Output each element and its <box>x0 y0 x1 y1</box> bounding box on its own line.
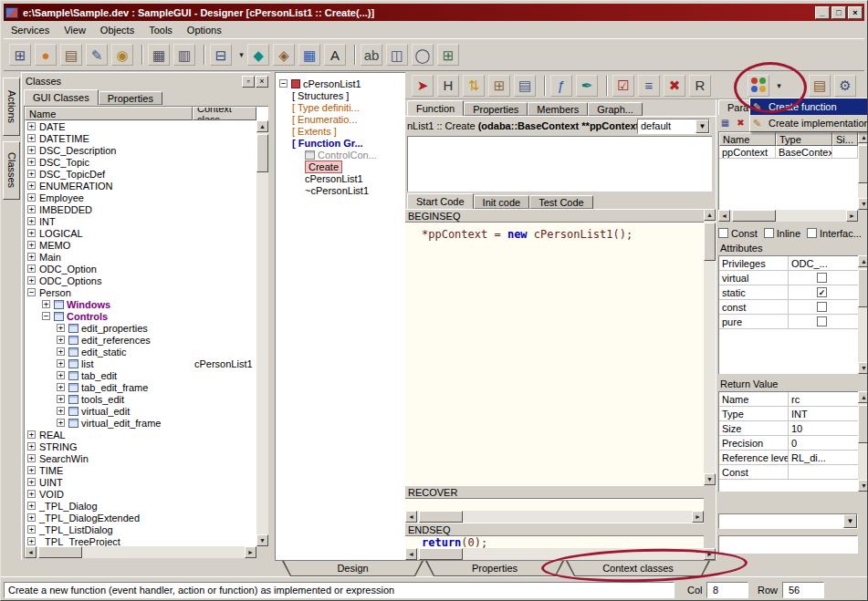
text-label-icon[interactable]: ab <box>361 44 382 66</box>
tree-item[interactable]: [ Structures ] <box>276 89 405 101</box>
print-icon[interactable]: ▦ <box>148 44 170 66</box>
scroll-down-icon[interactable]: ▼ <box>256 534 268 546</box>
class-row[interactable]: +MEMO <box>25 239 256 251</box>
property-row[interactable]: const <box>719 300 858 315</box>
expand-icon[interactable]: + <box>27 134 36 142</box>
pen-icon[interactable]: ✒ <box>576 75 598 97</box>
code-horizontal-scrollbar[interactable]: ◄► <box>405 548 716 560</box>
maximize-button[interactable]: □ <box>831 6 846 19</box>
bottom-field[interactable] <box>718 535 858 554</box>
checkbox-interfac[interactable]: Interfac... <box>807 228 862 239</box>
expand-icon[interactable]: + <box>27 525 36 534</box>
class-row[interactable]: +Windows <box>25 298 256 310</box>
menu-tools[interactable]: Tools <box>141 23 180 37</box>
pin-icon[interactable]: ▫ <box>242 76 255 88</box>
parameters-horizontal-scrollbar[interactable]: ◄► <box>718 210 858 222</box>
property-row[interactable]: pure <box>719 315 858 329</box>
menu-view[interactable]: View <box>57 23 93 37</box>
expand-icon[interactable]: + <box>27 430 36 439</box>
property-row[interactable]: static✓ <box>719 285 858 300</box>
class-row[interactable]: +TIME <box>25 464 256 476</box>
delete-icon[interactable]: ✖ <box>734 117 748 130</box>
tab-start-code[interactable]: Start Code <box>407 193 474 209</box>
scrollbar-track[interactable] <box>730 210 846 222</box>
tab-gui-classes[interactable]: GUI Classes <box>24 89 99 105</box>
regenerate-icon[interactable]: ⇅ <box>463 75 485 97</box>
class-row[interactable]: +VOID <box>25 488 256 500</box>
scrollbar-thumb[interactable] <box>38 546 82 558</box>
class-row[interactable]: +STRING <box>25 440 256 452</box>
class-row[interactable]: +DSC_TopicDef <box>25 168 256 180</box>
checkbox[interactable] <box>764 228 774 238</box>
expand-icon[interactable]: + <box>57 407 65 415</box>
code-vertical-scrollbar[interactable]: ▲▼ <box>704 209 716 485</box>
expand-icon[interactable]: + <box>27 537 36 545</box>
column-header-name[interactable]: Name <box>25 107 193 120</box>
class-row[interactable]: +edit_static <box>25 346 256 357</box>
class-row[interactable]: +tab_edit_frame <box>25 381 256 393</box>
tree-item[interactable]: ~cPersonList1 <box>276 184 405 196</box>
class-row[interactable]: +_TPL_Dialog <box>25 500 256 512</box>
collapse-icon[interactable]: − <box>42 312 50 320</box>
expand-icon[interactable]: + <box>27 513 36 522</box>
class-row[interactable]: +_TPL_TreeProject <box>25 535 256 546</box>
class-row[interactable]: +LOGICAL <box>25 227 256 239</box>
grid-icon[interactable]: ▦ <box>718 117 732 130</box>
attributes-scrollbar[interactable]: ▲▼ <box>858 255 868 374</box>
link-icon[interactable]: ◈ <box>273 44 295 66</box>
settings-icon[interactable]: ⚙ <box>834 75 856 97</box>
tab-classes[interactable]: Classes <box>3 141 20 200</box>
scrollbar-track[interactable] <box>704 221 716 473</box>
tree-item[interactable]: [ Enumeratio... <box>276 113 405 125</box>
class-row[interactable]: +DSC_Topic <box>25 156 256 168</box>
check-grid-icon[interactable]: ☑ <box>612 75 634 97</box>
collapse-icon[interactable]: − <box>279 79 288 88</box>
code-editor[interactable]: *ppContext = new cPersonList1(); <box>405 223 704 485</box>
delete-icon[interactable]: ✖ <box>664 75 685 97</box>
beginseq-section-bar[interactable]: BEGINSEQ <box>405 209 704 223</box>
expand-icon[interactable]: + <box>27 170 36 178</box>
resources-icon[interactable]: ◉ <box>111 44 133 66</box>
window-icon[interactable]: ◫ <box>386 44 408 66</box>
scrollbar-track[interactable] <box>37 546 245 558</box>
scroll-down-icon[interactable]: ▼ <box>858 362 868 374</box>
tab-design[interactable]: Design <box>282 561 424 576</box>
expand-icon[interactable]: + <box>27 454 36 462</box>
parameters-vertical-scrollbar[interactable]: ▲▼ <box>858 131 868 210</box>
expand-icon[interactable]: + <box>27 181 36 190</box>
expand-icon[interactable]: + <box>27 122 36 130</box>
expand-icon[interactable]: + <box>27 158 36 166</box>
class-row[interactable]: +edit_properties <box>25 322 256 334</box>
tree-item[interactable]: [ Function Gr... <box>276 137 405 149</box>
minimize-button[interactable]: _ <box>815 6 830 19</box>
expand-icon[interactable]: + <box>27 490 36 498</box>
scrollbar-thumb[interactable] <box>419 511 463 523</box>
class-row[interactable]: −Controls <box>25 310 256 322</box>
scroll-down-icon[interactable]: ▼ <box>704 473 716 485</box>
tab-graph[interactable]: Graph... <box>588 102 643 116</box>
class-row[interactable]: +listcPersonList1 <box>25 357 256 369</box>
tab-members[interactable]: Members <box>528 102 588 116</box>
recover-scrollbar[interactable]: ◄► <box>405 511 704 523</box>
expand-icon[interactable]: + <box>27 217 36 225</box>
menu-services[interactable]: Services <box>4 23 57 37</box>
tab-actions[interactable]: Actions <box>3 78 20 136</box>
scroll-up-icon[interactable]: ▲ <box>858 391 868 403</box>
scroll-left-icon[interactable]: ◄ <box>405 548 417 560</box>
class-row[interactable]: +virtual_edit_frame <box>25 417 256 429</box>
expand-icon[interactable]: + <box>27 264 36 273</box>
class-row[interactable]: +DATE <box>25 120 256 132</box>
scroll-right-icon[interactable]: ► <box>704 548 716 560</box>
menu-objects[interactable]: Objects <box>93 23 141 37</box>
class-row[interactable]: +ENUMERATION <box>25 180 256 192</box>
checkbox-inline[interactable]: Inline <box>764 228 800 239</box>
tree-root[interactable]: −cPersonList1 <box>276 78 405 89</box>
expand-icon[interactable]: + <box>57 324 65 332</box>
scroll-right-icon[interactable]: ► <box>692 511 704 523</box>
scrollbar-thumb[interactable] <box>732 210 776 222</box>
diamond-icon[interactable]: ◆ <box>247 44 269 66</box>
tree-item[interactable]: ControlCon... <box>276 149 405 161</box>
scrollbar-track[interactable] <box>858 143 868 198</box>
expand-icon[interactable]: + <box>27 442 36 451</box>
scroll-right-icon[interactable]: ► <box>846 210 858 222</box>
